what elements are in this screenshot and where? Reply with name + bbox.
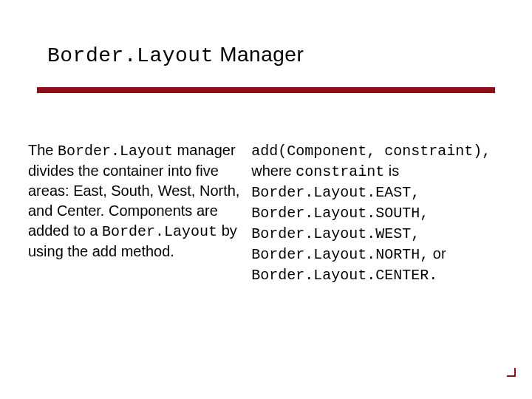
body-text: where bbox=[251, 163, 296, 179]
code-text: add(Component, constraint), bbox=[251, 143, 491, 160]
code-text: constraint bbox=[296, 163, 384, 180]
right-line: Border.Layout.WEST, bbox=[251, 223, 516, 244]
code-text: Border.Layout.WEST, bbox=[251, 225, 420, 242]
slide: Border.Layout Manager The Border.Layout … bbox=[0, 0, 532, 399]
right-column: add(Component, constraint),where constra… bbox=[251, 140, 516, 285]
right-line: Border.Layout.CENTER. bbox=[251, 265, 516, 285]
title-underline bbox=[37, 87, 495, 93]
title-rest: Manager bbox=[214, 43, 304, 66]
code-text: Border.Layout.EAST, bbox=[251, 184, 420, 201]
code-text: Border.Layout bbox=[102, 223, 217, 240]
right-line: Border.Layout.NORTH, or bbox=[251, 244, 516, 265]
code-text: Border.Layout.NORTH, bbox=[251, 246, 429, 263]
right-line: Border.Layout.SOUTH, bbox=[251, 202, 516, 223]
code-text: Border.Layout bbox=[58, 143, 173, 160]
slide-title: Border.Layout Manager bbox=[47, 43, 304, 67]
body-text: is bbox=[384, 163, 399, 179]
right-line: add(Component, constraint), bbox=[251, 140, 516, 161]
corner-decoration-icon bbox=[507, 368, 516, 377]
left-column: The Border.Layout manager divides the co… bbox=[28, 140, 251, 285]
body-text: The bbox=[28, 142, 58, 158]
right-line: where constraint is bbox=[251, 161, 516, 182]
title-mono-part: Border.Layout bbox=[47, 44, 214, 67]
body-text: or bbox=[429, 245, 446, 262]
right-line: Border.Layout.EAST, bbox=[251, 182, 516, 202]
body-columns: The Border.Layout manager divides the co… bbox=[28, 140, 516, 285]
code-text: Border.Layout.CENTER. bbox=[251, 267, 437, 284]
code-text: Border.Layout.SOUTH, bbox=[251, 205, 429, 222]
